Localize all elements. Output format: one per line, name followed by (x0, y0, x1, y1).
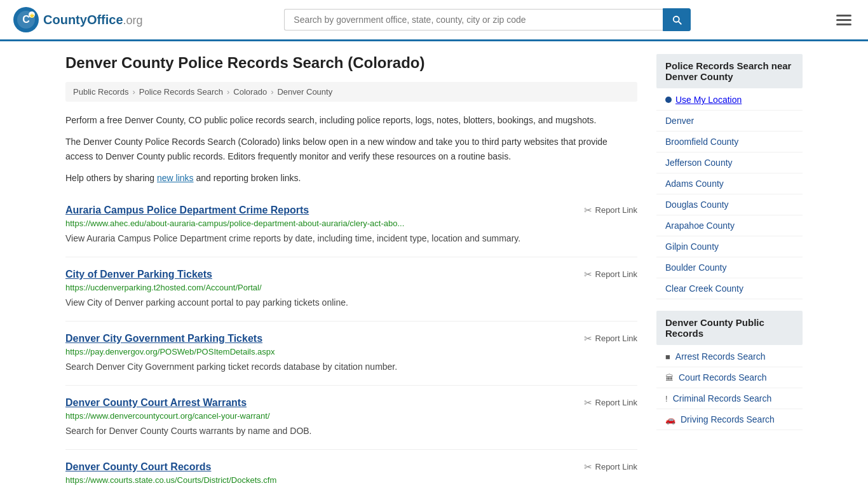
sidebar-section1-header: Police Records Search near Denver County (656, 54, 803, 88)
header: C ⭐ CountyOffice.org (0, 0, 868, 41)
result-title-row: Auraria Campus Police Department Crime R… (65, 205, 637, 216)
result-title[interactable]: Auraria Campus Police Department Crime R… (65, 205, 309, 216)
sidebar-item-gilpin[interactable]: Gilpin County (656, 236, 803, 257)
svg-text:⭐: ⭐ (29, 13, 35, 18)
result-item: Auraria Campus Police Department Crime R… (65, 193, 637, 257)
sidebar-item-boulder[interactable]: Boulder County (656, 257, 803, 278)
result-title[interactable]: Denver County Court Arrest Warrants (65, 397, 247, 409)
report-link-icon: ✂ (584, 205, 592, 216)
main-content: Denver County Police Records Search (Col… (65, 54, 637, 488)
content-wrapper: Denver County Police Records Search (Col… (53, 41, 815, 488)
search-icon (671, 14, 682, 25)
arrest-records-icon: ■ (665, 352, 670, 362)
desc-para-2: The Denver County Police Records Search … (65, 135, 637, 163)
result-title[interactable]: Denver City Government Parking Tickets (65, 333, 262, 344)
menu-bar-2 (836, 19, 851, 21)
sidebar-item-adams[interactable]: Adams County (656, 173, 803, 194)
result-url: https://www.denvercountycourt.org/cancel… (65, 411, 637, 421)
sidebar-section2: Denver County Public Records ■ Arrest Re… (656, 311, 803, 430)
result-title-row: Denver County Court Records ✂ Report Lin… (65, 461, 637, 473)
new-links-link[interactable]: new links (157, 173, 194, 183)
sidebar-item-douglas[interactable]: Douglas County (656, 194, 803, 215)
report-link-button[interactable]: ✂ Report Link (584, 205, 637, 216)
search-area (284, 8, 691, 31)
search-button[interactable] (663, 8, 691, 31)
result-item: Denver City Government Parking Tickets ✂… (65, 322, 637, 386)
breadcrumb: Public Records › Police Records Search ›… (65, 82, 637, 102)
result-title[interactable]: Denver County Court Records (65, 461, 211, 473)
sidebar-item-court-records[interactable]: 🏛 Court Records Search (656, 367, 803, 388)
desc-para-3: Help others by sharing new links and rep… (65, 171, 637, 185)
breadcrumb-sep-2: › (227, 87, 229, 97)
report-link-icon: ✂ (584, 333, 592, 344)
use-my-location[interactable]: Use My Location (656, 90, 803, 111)
result-url: https://pay.denvergov.org/POSWeb/POSItem… (65, 347, 637, 356)
breadcrumb-sep-1: › (132, 87, 135, 97)
sidebar: Police Records Search near Denver County… (656, 54, 803, 488)
court-records-icon: 🏛 (665, 373, 674, 383)
result-title-row: City of Denver Parking Tickets ✂ Report … (65, 269, 637, 280)
sidebar-item-denver[interactable]: Denver (656, 111, 803, 132)
sidebar-item-arapahoe[interactable]: Arapahoe County (656, 215, 803, 236)
report-link-button[interactable]: ✂ Report Link (584, 397, 637, 409)
result-desc: View Auraria Campus Police Department cr… (65, 232, 637, 245)
result-desc: Search Denver City Government parking ti… (65, 360, 637, 374)
report-link-icon: ✂ (584, 397, 592, 409)
page-title: Denver County Police Records Search (Col… (65, 54, 637, 72)
desc-para-1: Perform a free Denver County, CO public … (65, 113, 637, 127)
sidebar-item-jefferson[interactable]: Jefferson County (656, 152, 803, 173)
result-title-row: Denver County Court Arrest Warrants ✂ Re… (65, 397, 637, 409)
sidebar-section2-header: Denver County Public Records (656, 311, 803, 345)
report-link-button[interactable]: ✂ Report Link (584, 461, 637, 473)
breadcrumb-sep-3: › (271, 87, 273, 97)
result-desc: View City of Denver parking account port… (65, 296, 637, 309)
breadcrumb-item-denver-county: Denver County (277, 87, 332, 97)
results-list: Auraria Campus Police Department Crime R… (65, 193, 637, 488)
menu-bar-1 (836, 15, 851, 17)
logo-icon: C ⭐ (13, 6, 39, 33)
sidebar-item-broomfield[interactable]: Broomfield County (656, 132, 803, 152)
report-link-icon: ✂ (584, 461, 592, 473)
report-link-icon: ✂ (584, 269, 592, 280)
criminal-records-icon: ! (665, 394, 668, 403)
result-item: Denver County Court Arrest Warrants ✂ Re… (65, 386, 637, 450)
logo-area: C ⭐ CountyOffice.org (13, 6, 143, 33)
result-url: https://ucdenverparking.t2hosted.com/Acc… (65, 283, 637, 292)
report-link-button[interactable]: ✂ Report Link (584, 333, 637, 344)
location-icon (665, 97, 672, 103)
breadcrumb-item-public-records[interactable]: Public Records (73, 87, 128, 97)
sidebar-item-clear-creek[interactable]: Clear Creek County (656, 278, 803, 299)
result-url: https://www.courts.state.co.us/Courts/Di… (65, 475, 637, 485)
result-item: Denver County Court Records ✂ Report Lin… (65, 450, 637, 488)
result-title[interactable]: City of Denver Parking Tickets (65, 269, 212, 280)
result-item: City of Denver Parking Tickets ✂ Report … (65, 257, 637, 322)
sidebar-item-criminal-records[interactable]: ! Criminal Records Search (656, 388, 803, 409)
use-my-location-link[interactable]: Use My Location (675, 95, 742, 105)
result-title-row: Denver City Government Parking Tickets ✂… (65, 333, 637, 344)
menu-bar-3 (836, 24, 851, 25)
sidebar-item-driving-records[interactable]: 🚗 Driving Records Search (656, 409, 803, 430)
logo-org: .org (123, 14, 143, 27)
result-url: https://www.ahec.edu/about-auraria-campu… (65, 219, 637, 228)
report-link-button[interactable]: ✂ Report Link (584, 269, 637, 280)
sidebar-item-arrest-records[interactable]: ■ Arrest Records Search (656, 346, 803, 367)
search-input[interactable] (284, 9, 663, 30)
driving-records-icon: 🚗 (665, 415, 675, 424)
result-desc: Search for Denver County Courts warrants… (65, 424, 637, 438)
logo-text: CountyOffice.org (43, 13, 143, 27)
breadcrumb-item-colorado[interactable]: Colorado (233, 87, 267, 97)
menu-button[interactable] (832, 8, 855, 32)
breadcrumb-item-police-records-search[interactable]: Police Records Search (139, 87, 223, 97)
